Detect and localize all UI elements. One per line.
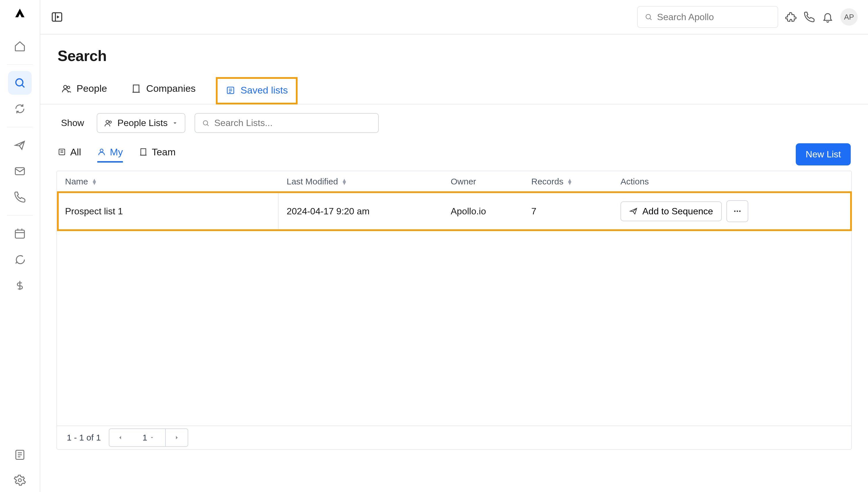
call-icon[interactable] <box>803 11 815 23</box>
show-label: Show <box>57 118 88 128</box>
tab-label: Companies <box>146 83 196 94</box>
nav-tasks[interactable] <box>8 443 32 466</box>
svg-point-19 <box>67 86 70 89</box>
search-icon <box>202 119 210 127</box>
extension-icon[interactable] <box>785 11 797 23</box>
tab-label: People <box>76 83 107 94</box>
subtab-label: Team <box>152 146 175 158</box>
svg-rect-40 <box>141 149 146 155</box>
search-icon <box>645 13 652 21</box>
tab-saved-lists[interactable]: Saved lists <box>216 77 297 104</box>
page-title: Search <box>57 47 851 65</box>
send-icon <box>629 207 638 216</box>
svg-point-0 <box>16 79 23 86</box>
svg-point-33 <box>110 121 112 123</box>
col-records[interactable]: Records ▲▼ <box>523 177 612 187</box>
panel-toggle-icon[interactable] <box>51 11 63 23</box>
subtab-all[interactable]: All <box>57 146 81 163</box>
svg-rect-36 <box>59 149 65 155</box>
nav-settings[interactable] <box>8 468 32 492</box>
list-type-dropdown[interactable]: People Lists <box>97 113 185 133</box>
svg-point-44 <box>737 211 738 212</box>
svg-rect-4 <box>15 230 24 238</box>
tab-companies[interactable]: Companies <box>127 77 200 104</box>
table-header: Name ▲▼ Last Modified ▲▼ Owner Records ▲… <box>57 171 851 193</box>
subtab-label: My <box>110 146 123 158</box>
global-search-input[interactable] <box>657 12 771 22</box>
people-icon <box>104 119 113 127</box>
svg-point-45 <box>739 211 741 212</box>
col-label: Name <box>65 177 88 187</box>
svg-point-39 <box>100 149 103 152</box>
col-label: Records <box>531 177 563 187</box>
cell-records: 7 <box>523 206 612 217</box>
prev-page-button[interactable] <box>110 429 131 446</box>
ellipsis-icon <box>733 207 742 216</box>
search-lists[interactable] <box>195 113 379 133</box>
people-icon <box>62 84 71 94</box>
svg-point-43 <box>734 211 735 212</box>
divider <box>7 215 33 216</box>
next-page-button[interactable] <box>166 429 188 446</box>
col-last-modified[interactable]: Last Modified ▲▼ <box>279 177 443 187</box>
list-icon <box>226 85 235 95</box>
nav-phone[interactable] <box>8 185 32 209</box>
cell-last-modified: 2024-04-17 9:20 am <box>279 206 443 217</box>
caret-down-icon <box>150 435 154 440</box>
dropdown-value: People Lists <box>117 118 168 128</box>
nav-refresh[interactable] <box>8 97 32 121</box>
svg-point-16 <box>646 15 651 19</box>
nav-home[interactable] <box>8 34 32 58</box>
col-label: Actions <box>621 177 649 187</box>
add-to-sequence-button[interactable]: Add to Sequence <box>621 201 722 221</box>
svg-rect-20 <box>133 85 139 92</box>
nav-calendar[interactable] <box>8 222 32 245</box>
col-actions: Actions <box>612 177 851 187</box>
toolbar: Show People Lists <box>40 104 868 133</box>
more-actions-button[interactable] <box>726 200 748 222</box>
person-icon <box>97 148 106 156</box>
sort-icon: ▲▼ <box>341 179 347 184</box>
global-search[interactable] <box>637 6 778 28</box>
nav-chat[interactable] <box>8 248 32 271</box>
svg-line-17 <box>650 18 652 20</box>
sort-icon: ▲▼ <box>567 179 573 184</box>
col-name[interactable]: Name ▲▼ <box>57 177 279 187</box>
divider <box>7 127 33 127</box>
sidebar <box>0 0 40 492</box>
list-icon <box>57 148 66 156</box>
svg-point-32 <box>106 120 109 123</box>
table-row[interactable]: Prospect list 1 2024-04-17 9:20 am Apoll… <box>57 193 851 230</box>
caret-down-icon <box>172 120 178 126</box>
bell-icon[interactable] <box>822 11 834 23</box>
col-owner[interactable]: Owner <box>443 177 523 187</box>
nav-mail[interactable] <box>8 159 32 183</box>
new-list-button[interactable]: New List <box>796 143 851 166</box>
avatar[interactable]: AP <box>840 8 858 26</box>
search-lists-input[interactable] <box>214 118 371 128</box>
building-icon <box>131 84 141 94</box>
page-select[interactable]: 1 <box>131 429 166 446</box>
subtab-my[interactable]: My <box>97 146 123 163</box>
col-label: Owner <box>451 177 476 187</box>
tab-label: Saved lists <box>241 84 288 96</box>
pagination-range: 1 - 1 of 1 <box>67 433 101 443</box>
topbar: AP <box>40 0 868 34</box>
col-label: Last Modified <box>287 177 338 187</box>
nav-search[interactable] <box>8 71 32 95</box>
building-icon <box>139 148 148 156</box>
subtab-team[interactable]: Team <box>139 146 175 163</box>
cell-name[interactable]: Prospect list 1 <box>57 193 279 230</box>
app-logo-icon[interactable] <box>13 7 27 21</box>
tab-people[interactable]: People <box>57 77 111 104</box>
cell-owner: Apollo.io <box>443 206 523 217</box>
pagination: 1 - 1 of 1 1 <box>57 425 851 449</box>
nav-billing[interactable] <box>8 274 32 297</box>
page-number: 1 <box>142 433 147 443</box>
divider <box>7 65 33 65</box>
nav-send[interactable] <box>8 133 32 157</box>
svg-point-34 <box>203 121 208 125</box>
svg-line-1 <box>22 85 24 88</box>
ownership-tabs: All My Team <box>57 146 175 163</box>
main-tabs: People Companies Saved lists <box>40 77 868 104</box>
